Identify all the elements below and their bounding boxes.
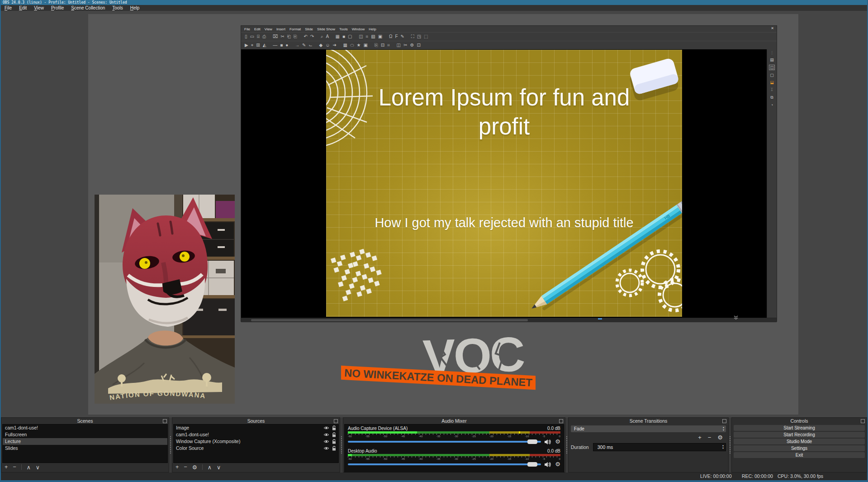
source-down-button[interactable]: ∨ (217, 464, 221, 471)
transitions-dock-title: Scene Transitions (569, 418, 728, 424)
channel-gear-icon[interactable]: ⚙ (555, 439, 560, 445)
impress-toolbar-standard[interactable]: ▯▭⌸⎙ ⌧✂⎗⎘ ↶↷ ⌕A ▦■▢ ◫⌗▧▣ ΩF✎ ⛶◳⬚ (241, 32, 777, 41)
speaker-icon[interactable] (544, 439, 552, 445)
visibility-eye-icon[interactable] (323, 446, 329, 450)
impress-menu-tools[interactable]: Tools (339, 27, 348, 31)
vu-meter (348, 431, 560, 435)
volume-slider[interactable] (348, 441, 541, 443)
remove-scene-button[interactable]: − (13, 464, 16, 470)
visibility-eye-icon[interactable] (323, 439, 329, 444)
lock-icon[interactable] (332, 439, 336, 444)
transition-select[interactable]: Fade ▴▾ (571, 425, 726, 432)
impress-menu-window[interactable]: Window (352, 27, 365, 31)
source-item[interactable]: Color Source (174, 445, 338, 452)
scene-down-button[interactable]: ∨ (36, 464, 40, 471)
source-item[interactable]: Image (174, 425, 338, 431)
toolbar-separator (202, 464, 203, 470)
impress-menu-insert[interactable]: Insert (276, 27, 285, 31)
mini-chevron-icon (733, 315, 739, 320)
scene-item-selected[interactable]: Lecture (3, 438, 167, 445)
transition-properties-button[interactable]: ⚙ (717, 434, 723, 441)
visibility-eye-icon[interactable] (323, 433, 329, 437)
menu-view[interactable]: View (30, 5, 47, 11)
menu-help[interactable]: Help (127, 5, 143, 11)
dock-popout-icon[interactable] (334, 419, 338, 423)
status-bar: LIVE: 00:00:00 REC: 00:00:00 CPU: 3.0%, … (1, 472, 867, 480)
slide-subtitle: How I got my talk rejected with an stupi… (326, 215, 682, 230)
start-streaming-button[interactable]: Start Streaming (734, 425, 865, 431)
gallery-icon[interactable]: ⧉ (770, 95, 773, 100)
scene-item[interactable]: cam1-dont-use! (3, 425, 167, 431)
menu-edit[interactable]: Edit (15, 5, 30, 11)
scene-up-button[interactable]: ∧ (27, 464, 31, 471)
source-properties-button[interactable]: ⚙ (192, 464, 197, 471)
image-source-logo[interactable]: VOC NO WINKEKATZE ON DEAD PLANET (341, 330, 536, 394)
source-item[interactable]: cam1-dont-use! (174, 431, 338, 438)
studio-mode-button[interactable]: Studio Mode (734, 439, 865, 444)
impress-menu-edit[interactable]: Edit (254, 27, 261, 31)
sidebar-handle-icon[interactable]: ⋮ (770, 51, 774, 55)
settings-button[interactable]: Settings (734, 445, 865, 451)
speaker-icon[interactable] (544, 462, 552, 468)
navigator-icon[interactable]: ◔ (771, 103, 773, 107)
volume-slider-handle[interactable] (527, 439, 537, 444)
scene-item[interactable]: Fullscreen (3, 431, 167, 438)
lock-icon[interactable] (332, 432, 336, 437)
remove-source-button[interactable]: − (184, 464, 187, 470)
scene-item[interactable]: Slides (3, 445, 167, 452)
channel-gear-icon[interactable]: ⚙ (555, 461, 560, 468)
impress-hscrollbar[interactable] (241, 318, 777, 322)
add-scene-button[interactable]: + (5, 464, 8, 470)
spinbox-arrows-icon[interactable]: ▴▾ (722, 444, 724, 449)
impress-menu-format[interactable]: Format (289, 27, 301, 31)
exit-button[interactable]: Exit (734, 452, 865, 458)
menu-tools[interactable]: Tools (109, 5, 126, 11)
scene-canvas[interactable]: File Edit View Insert Format Slide Slide… (88, 14, 798, 415)
scenes-toolbar: + − ∧ ∨ (1, 463, 169, 471)
slide-title: Lorem Ipsum for fun and profit (326, 83, 682, 141)
duration-spinbox[interactable]: 300 ms ▴▾ (593, 443, 726, 451)
gears (617, 251, 682, 310)
db-scale: -60-55 -50-45 -40-35 -30-25 -20-15 -10-5… (348, 435, 560, 438)
impress-menu-view[interactable]: View (265, 27, 272, 31)
impress-menu-help[interactable]: Help (369, 27, 376, 31)
hscroll-thumb[interactable] (251, 319, 528, 321)
master-slides-icon[interactable]: ⬓ (770, 80, 774, 85)
remove-transition-button[interactable]: − (708, 434, 711, 441)
add-transition-button[interactable]: + (698, 434, 702, 441)
lock-icon[interactable] (332, 446, 336, 451)
window-capture-source: File Edit View Insert Format Slide Slide… (241, 26, 777, 321)
volume-slider[interactable] (348, 463, 541, 465)
source-item[interactable]: Window Capture (Xcomposite) (174, 438, 338, 445)
webcam-source[interactable]: NATION OF GONDWANA (95, 195, 235, 404)
scenes-list[interactable]: cam1-dont-use! Fullscreen Lecture Slides (2, 424, 168, 463)
menu-profile[interactable]: Profile (47, 5, 67, 11)
lock-icon[interactable] (332, 425, 336, 430)
menu-scene-collection[interactable]: Scene Collection (67, 5, 109, 11)
start-recording-button[interactable]: Start Recording (734, 432, 865, 438)
dock-popout-icon[interactable] (861, 419, 865, 423)
selection-handle[interactable] (598, 318, 602, 320)
mixer-panel: Audio Capture Device (ALSA) 0.0 dB -60-5… (344, 424, 564, 474)
select-arrows-icon[interactable]: ▴▾ (723, 426, 724, 431)
source-up-button[interactable]: ∧ (208, 464, 212, 471)
properties-icon[interactable]: ▤ (770, 57, 774, 62)
volume-slider-handle[interactable] (527, 462, 537, 467)
close-icon[interactable]: ✕ (771, 26, 774, 30)
sources-list[interactable]: Image cam1-dont-use! Window Capture (Xco… (173, 424, 339, 463)
window-titlebar[interactable]: OBS 24.0.3 (linux) - Profile: Untitled -… (1, 0, 867, 5)
dock-popout-icon[interactable] (163, 419, 167, 423)
menu-file[interactable]: File (1, 5, 15, 11)
dock-popout-icon[interactable] (722, 419, 726, 423)
impress-sidebar[interactable]: ⋮ ▤ ◫ ▢ ⬓ ⌶ ⧉ ◔ (767, 49, 777, 318)
styles-icon[interactable]: ⌶ (771, 87, 773, 92)
animation-icon[interactable]: ▢ (770, 73, 774, 77)
impress-menu-slideshow[interactable]: Slide Show (317, 27, 335, 31)
add-source-button[interactable]: + (175, 464, 179, 470)
visibility-eye-icon[interactable] (323, 426, 329, 430)
slide-transition-icon[interactable]: ◫ (769, 65, 775, 70)
impress-menu-slide[interactable]: Slide (305, 27, 313, 31)
impress-menu-file[interactable]: File (244, 27, 250, 31)
dock-popout-icon[interactable] (559, 419, 563, 423)
impress-toolbar-drawing[interactable]: ▶⌖⊞◭ ―■● →✎⌙ ◆☺➔ ▦⬭★▣ ⎘⊟⌗ ◫✂⚙⊡ (241, 41, 777, 49)
